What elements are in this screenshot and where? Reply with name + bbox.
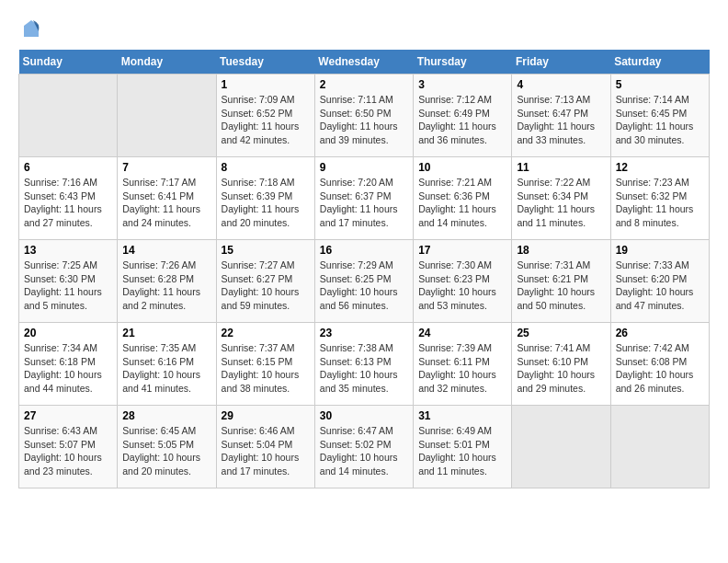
day-number: 20 <box>24 327 112 339</box>
cell-content: Sunrise: 7:35 AMSunset: 6:16 PMDaylight:… <box>122 341 210 396</box>
day-number: 5 <box>616 78 704 91</box>
weekday-header: Monday <box>118 50 216 75</box>
cell-content: Sunrise: 7:12 AMSunset: 6:49 PMDaylight:… <box>418 93 506 147</box>
cell-content: Sunrise: 7:18 AMSunset: 6:39 PMDaylight:… <box>222 176 310 230</box>
calendar-cell: 8Sunrise: 7:18 AMSunset: 6:39 PMDaylight… <box>216 157 314 240</box>
cell-content: Sunrise: 7:22 AMSunset: 6:34 PMDaylight:… <box>517 176 605 230</box>
cell-content: Sunrise: 7:27 AMSunset: 6:27 PMDaylight:… <box>222 259 310 313</box>
calendar-cell: 23Sunrise: 7:38 AMSunset: 6:13 PMDayligh… <box>314 323 413 406</box>
calendar-cell: 21Sunrise: 7:35 AMSunset: 6:16 PMDayligh… <box>118 323 216 406</box>
day-number: 22 <box>222 327 310 339</box>
calendar-cell: 24Sunrise: 7:39 AMSunset: 6:11 PMDayligh… <box>414 323 512 406</box>
cell-content: Sunrise: 7:26 AMSunset: 6:28 PMDaylight:… <box>122 259 210 313</box>
day-number: 14 <box>122 244 210 257</box>
day-number: 16 <box>320 244 408 257</box>
calendar-cell: 14Sunrise: 7:26 AMSunset: 6:28 PMDayligh… <box>118 240 216 323</box>
cell-content: Sunrise: 7:39 AMSunset: 6:11 PMDaylight:… <box>418 341 506 396</box>
day-number: 6 <box>24 161 112 174</box>
calendar-cell: 9Sunrise: 7:20 AMSunset: 6:37 PMDaylight… <box>314 157 413 240</box>
cell-content: Sunrise: 7:09 AMSunset: 6:52 PMDaylight:… <box>222 93 310 147</box>
day-number: 30 <box>320 409 408 422</box>
calendar-header: SundayMondayTuesdayWednesdayThursdayFrid… <box>19 50 710 75</box>
day-number: 19 <box>616 244 704 257</box>
cell-content: Sunrise: 7:37 AMSunset: 6:15 PMDaylight:… <box>222 341 310 396</box>
day-number: 27 <box>24 409 112 422</box>
weekday-header: Sunday <box>19 50 118 75</box>
cell-content: Sunrise: 7:33 AMSunset: 6:20 PMDaylight:… <box>616 259 704 313</box>
calendar-cell: 30Sunrise: 6:47 AMSunset: 5:02 PMDayligh… <box>314 406 413 488</box>
day-number: 29 <box>222 409 310 422</box>
cell-content: Sunrise: 7:31 AMSunset: 6:21 PMDaylight:… <box>517 259 605 313</box>
calendar-table: SundayMondayTuesdayWednesdayThursdayFrid… <box>18 50 710 488</box>
day-number: 26 <box>616 327 704 339</box>
day-number: 8 <box>222 161 310 174</box>
day-number: 25 <box>517 327 605 339</box>
weekday-header: Wednesday <box>314 50 413 75</box>
calendar-cell: 5Sunrise: 7:14 AMSunset: 6:45 PMDaylight… <box>610 75 709 157</box>
calendar-cell: 31Sunrise: 6:49 AMSunset: 5:01 PMDayligh… <box>414 406 512 488</box>
day-number: 17 <box>418 244 506 257</box>
weekday-header: Thursday <box>414 50 512 75</box>
calendar-cell: 10Sunrise: 7:21 AMSunset: 6:36 PMDayligh… <box>414 157 512 240</box>
day-number: 9 <box>320 161 408 174</box>
day-number: 12 <box>616 161 704 174</box>
day-number: 10 <box>418 161 506 174</box>
day-number: 11 <box>517 161 605 174</box>
calendar-cell: 12Sunrise: 7:23 AMSunset: 6:32 PMDayligh… <box>610 157 709 240</box>
cell-content: Sunrise: 6:45 AMSunset: 5:05 PMDaylight:… <box>122 424 210 478</box>
calendar-cell: 27Sunrise: 6:43 AMSunset: 5:07 PMDayligh… <box>19 406 118 488</box>
calendar-cell: 22Sunrise: 7:37 AMSunset: 6:15 PMDayligh… <box>216 323 314 406</box>
calendar-cell <box>512 406 610 488</box>
calendar-cell: 11Sunrise: 7:22 AMSunset: 6:34 PMDayligh… <box>512 157 610 240</box>
day-number: 4 <box>517 78 605 91</box>
logo <box>18 18 42 40</box>
day-number: 15 <box>222 244 310 257</box>
cell-content: Sunrise: 7:30 AMSunset: 6:23 PMDaylight:… <box>418 259 506 313</box>
calendar-cell: 20Sunrise: 7:34 AMSunset: 6:18 PMDayligh… <box>19 323 118 406</box>
cell-content: Sunrise: 7:41 AMSunset: 6:10 PMDaylight:… <box>517 341 605 396</box>
calendar-cell <box>19 75 118 157</box>
calendar-cell: 13Sunrise: 7:25 AMSunset: 6:30 PMDayligh… <box>19 240 118 323</box>
day-number: 24 <box>418 327 506 339</box>
cell-content: Sunrise: 7:16 AMSunset: 6:43 PMDaylight:… <box>24 176 112 230</box>
calendar-cell: 28Sunrise: 6:45 AMSunset: 5:05 PMDayligh… <box>118 406 216 488</box>
calendar-cell: 19Sunrise: 7:33 AMSunset: 6:20 PMDayligh… <box>610 240 709 323</box>
day-number: 21 <box>122 327 210 339</box>
cell-content: Sunrise: 6:47 AMSunset: 5:02 PMDaylight:… <box>320 424 408 478</box>
day-number: 28 <box>122 409 210 422</box>
cell-content: Sunrise: 7:29 AMSunset: 6:25 PMDaylight:… <box>320 259 408 313</box>
calendar-cell: 6Sunrise: 7:16 AMSunset: 6:43 PMDaylight… <box>19 157 118 240</box>
calendar-cell: 3Sunrise: 7:12 AMSunset: 6:49 PMDaylight… <box>414 75 512 157</box>
calendar-body: 1Sunrise: 7:09 AMSunset: 6:52 PMDaylight… <box>19 75 710 488</box>
day-number: 23 <box>320 327 408 339</box>
calendar-cell: 7Sunrise: 7:17 AMSunset: 6:41 PMDaylight… <box>118 157 216 240</box>
calendar-cell: 25Sunrise: 7:41 AMSunset: 6:10 PMDayligh… <box>512 323 610 406</box>
cell-content: Sunrise: 6:49 AMSunset: 5:01 PMDaylight:… <box>418 424 506 478</box>
calendar-cell: 26Sunrise: 7:42 AMSunset: 6:08 PMDayligh… <box>610 323 709 406</box>
day-number: 1 <box>222 78 310 91</box>
cell-content: Sunrise: 7:17 AMSunset: 6:41 PMDaylight:… <box>122 176 210 230</box>
cell-content: Sunrise: 7:25 AMSunset: 6:30 PMDaylight:… <box>24 259 112 313</box>
cell-content: Sunrise: 6:43 AMSunset: 5:07 PMDaylight:… <box>24 424 112 478</box>
cell-content: Sunrise: 7:11 AMSunset: 6:50 PMDaylight:… <box>320 93 408 147</box>
day-number: 7 <box>122 161 210 174</box>
cell-content: Sunrise: 7:14 AMSunset: 6:45 PMDaylight:… <box>616 93 704 147</box>
cell-content: Sunrise: 7:42 AMSunset: 6:08 PMDaylight:… <box>616 341 704 396</box>
calendar-cell: 2Sunrise: 7:11 AMSunset: 6:50 PMDaylight… <box>314 75 413 157</box>
calendar-cell <box>118 75 216 157</box>
calendar-cell: 18Sunrise: 7:31 AMSunset: 6:21 PMDayligh… <box>512 240 610 323</box>
calendar-cell: 4Sunrise: 7:13 AMSunset: 6:47 PMDaylight… <box>512 75 610 157</box>
cell-content: Sunrise: 6:46 AMSunset: 5:04 PMDaylight:… <box>222 424 310 478</box>
day-number: 3 <box>418 78 506 91</box>
calendar-cell: 16Sunrise: 7:29 AMSunset: 6:25 PMDayligh… <box>314 240 413 323</box>
calendar-cell: 1Sunrise: 7:09 AMSunset: 6:52 PMDaylight… <box>216 75 314 157</box>
day-number: 18 <box>517 244 605 257</box>
cell-content: Sunrise: 7:21 AMSunset: 6:36 PMDaylight:… <box>418 176 506 230</box>
calendar-cell: 29Sunrise: 6:46 AMSunset: 5:04 PMDayligh… <box>216 406 314 488</box>
day-number: 13 <box>24 244 112 257</box>
logo-icon <box>20 18 42 40</box>
calendar-cell <box>610 406 709 488</box>
day-number: 31 <box>418 409 506 422</box>
calendar-cell: 15Sunrise: 7:27 AMSunset: 6:27 PMDayligh… <box>216 240 314 323</box>
weekday-header: Saturday <box>610 50 709 75</box>
